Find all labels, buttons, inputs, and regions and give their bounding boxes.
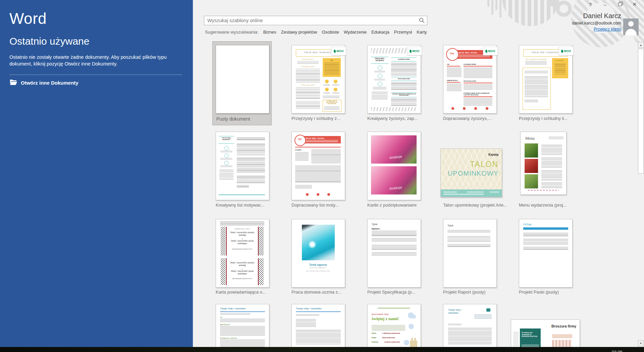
art-shape <box>327 193 330 196</box>
suggested-link[interactable]: Biznes <box>263 30 276 35</box>
art-text: Broszura firmy <box>551 324 577 328</box>
art-shape <box>447 66 460 67</box>
restore-button[interactable] <box>612 0 627 9</box>
help-button[interactable]: ? <box>583 0 598 9</box>
desktop-strip: 23:39 <box>0 347 644 352</box>
suggested-link[interactable]: Zestawy projektów <box>281 30 317 35</box>
art-shape <box>219 194 265 195</box>
art-shape <box>332 84 339 86</box>
template-thumbnail-stripes[interactable]: TYTUŁ <box>519 219 573 288</box>
art-shape <box>224 161 229 165</box>
art-shape <box>541 158 562 168</box>
art-shape <box>317 193 319 196</box>
art-shape <box>371 135 417 164</box>
minimize-button[interactable]: – <box>598 0 612 9</box>
template-thumbnail-homework[interactable]: Tytuł raportuPODTYTUŁ RAPORTUImię i nazw… <box>291 219 345 288</box>
art-text: Menu <box>525 136 545 141</box>
art-shape <box>448 328 492 345</box>
suggested-link[interactable]: Edukacja <box>371 30 389 35</box>
template-label: Kreatywny list motywac... <box>216 203 265 208</box>
art-shape <box>474 107 477 110</box>
art-text: KONTAKT <box>295 149 309 151</box>
art-shape <box>224 153 229 158</box>
template-thumbnail-resumeTeal[interactable]: MOOTWOJE IMIĘ I NAZWISKODOŚWIADCZENIEWYK… <box>367 45 421 114</box>
restore-icon <box>618 3 622 6</box>
template-label: Przejrzysty i schludny ż... <box>291 116 340 121</box>
template-label: Talon upominkowy (projekt Arle... <box>443 203 507 208</box>
art-shape <box>391 77 417 77</box>
template-label: Praca domowa ucznia z... <box>291 290 341 295</box>
art-shape <box>295 166 341 183</box>
search-input[interactable] <box>204 16 427 25</box>
template-thumbnail-wedding[interactable]: ZAPAMIĘTAJ DATĘImię i nazwisko panny mło… <box>216 219 269 288</box>
template-card-blank-document[interactable]: Pusty dokument <box>212 41 272 125</box>
art-shape <box>391 63 417 76</box>
template-thumbnail-resumeTIN[interactable]: TINTWOJE IMIĘ I NAZW...MOOCELUMIEJĘTNOŚC… <box>443 45 497 114</box>
art-shape <box>404 340 409 345</box>
art-text: ZAPAMIĘTAJ DATĘ <box>227 228 257 230</box>
art-shape <box>464 98 492 105</box>
suggested-links: BiznesZestawy projektówOsobisteWydarzeni… <box>263 30 427 35</box>
art-shape <box>409 324 414 329</box>
suggested-link[interactable]: Karty <box>417 30 427 35</box>
account-avatar[interactable] <box>623 18 639 35</box>
suggested-link[interactable]: Przemysł <box>394 30 412 35</box>
close-button[interactable]: ✕ <box>627 0 642 9</box>
scrollbar-thumb[interactable] <box>638 49 644 174</box>
scroll-down-button[interactable]: ▼ <box>638 340 644 346</box>
art-text: Twoje imię i nazwisko <box>296 307 339 310</box>
template-label: Przejrzysty i schludny li... <box>519 116 568 121</box>
art-text: TWOJE IMIĘ I NAZWISKO <box>371 58 388 61</box>
art-shape <box>220 311 265 312</box>
art-shape <box>451 107 454 110</box>
template-thumbnail-cvSimple[interactable]: Twoje imię i nazwiskoCelWykształcenieUmi… <box>216 304 269 347</box>
art-shape <box>513 332 519 347</box>
suggested-link[interactable]: Wydarzenie <box>344 30 367 35</box>
art-shape <box>372 252 417 256</box>
template-thumbnail-letterSimple2[interactable]: Twoje imię i nazwisko <box>443 304 497 347</box>
template-thumbnail-letterTeal[interactable]: TWOJE IMIĘ I NAZWISKO <box>216 132 269 200</box>
template-thumbnail-menu[interactable]: Menu <box>520 132 567 195</box>
art-shape <box>391 61 417 61</box>
art-shape <box>443 194 484 195</box>
template-thumbnail-thanks[interactable]: dziękujędziękuję <box>367 132 421 200</box>
art-shape <box>295 147 341 147</box>
art-shape <box>525 71 548 74</box>
art-shape <box>541 145 562 155</box>
template-thumbnail-invite[interactable]: powitanie lataświętuj z nami!Gdzie:Lokal… <box>367 304 421 347</box>
art-text: DATA, NAZWA MIEJSCA MIEJSCOWOŚĆ <box>227 278 257 280</box>
art-text: WYKSZTAŁCENIE <box>296 85 320 86</box>
art-shape <box>441 189 502 197</box>
search-icon[interactable] <box>419 17 425 25</box>
suggested-label: Sugerowane wyszukiwania: <box>205 30 259 35</box>
template-thumbnail-blank[interactable] <box>216 45 269 114</box>
switch-account-link[interactable]: Przełącz konto <box>594 27 621 32</box>
scroll-up-button[interactable]: ▲ <box>638 42 644 48</box>
art-shape <box>259 227 264 256</box>
template-thumbnail-letterYellow[interactable]: MOOTWOJE IMIĘ I NAZWISKOIMIĘ I NAZWISKO … <box>519 45 573 114</box>
suggested-link[interactable]: Osobiste <box>322 30 339 35</box>
search-box <box>204 16 427 25</box>
art-shape <box>486 308 490 312</box>
art-shape <box>296 319 316 327</box>
art-shape <box>374 79 385 80</box>
template-thumbnail-letterSimple[interactable]: Twoje imię i nazwisko <box>291 304 345 347</box>
art-shape <box>525 76 548 98</box>
art-shape <box>323 96 339 98</box>
art-shape <box>220 166 232 167</box>
art-shape <box>464 66 492 67</box>
template-label: Menu wydarzenia (proj... <box>519 203 567 208</box>
art-shape <box>296 87 320 99</box>
recent-heading: Ostatnio używane <box>9 36 89 47</box>
art-shape <box>334 88 337 91</box>
template-thumbnail-brochure[interactable]: To miejsce jest doskonałe na określenie … <box>511 319 580 347</box>
template-label: Karta powiadamiająca o... <box>216 290 266 295</box>
template-thumbnail-report[interactable]: Tytuł <box>443 219 497 288</box>
open-other-documents-button[interactable]: Otwórz inne Dokumenty <box>9 79 78 86</box>
art-shape <box>323 84 330 86</box>
template-thumbnail-voucher[interactable]: KwotaTALONUPOMINKOWY <box>440 148 502 197</box>
art-shape <box>552 335 572 338</box>
template-thumbnail-letterTIN[interactable]: TINTWOJE IMIĘ I NAZW...KONTAKT <box>291 132 345 200</box>
template-thumbnail-resumeYellow[interactable]: MOOTWOJE IMIĘ I NAZWISKOUMIEJĘTNOŚCIDOŚW… <box>291 45 345 114</box>
template-thumbnail-spec[interactable]: TytułNagłówek 1 <box>367 219 421 288</box>
